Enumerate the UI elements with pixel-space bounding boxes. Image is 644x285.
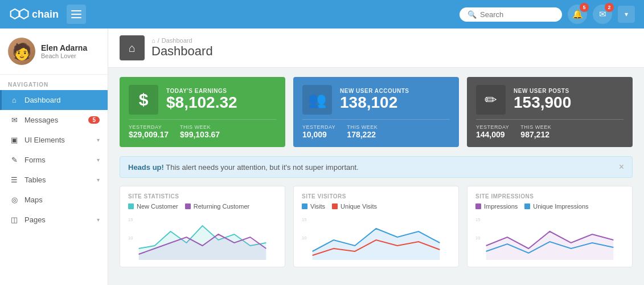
home-header-icon: ⌂	[129, 42, 136, 55]
chart-legend: Impressions Unique Impressions	[475, 203, 624, 210]
nav-section-label: NAVIGATION	[0, 75, 108, 90]
sidebar-item-label: Maps	[24, 196, 100, 204]
sidebar-item-label: Dashboard	[24, 96, 100, 104]
messages-nav-badge: 5	[88, 116, 100, 124]
svg-text:10: 10	[475, 235, 480, 241]
stat-info: TODAY'S EARNINGS $8,102.32	[166, 88, 237, 112]
svg-text:10: 10	[128, 235, 133, 241]
sidebar-item-ui-elements[interactable]: ▣ UI Elements ▾	[0, 130, 108, 150]
user-dropdown-button[interactable]: ▾	[618, 6, 635, 23]
legend-label: Returning Customer	[194, 203, 249, 210]
search-input[interactable]	[480, 10, 560, 19]
chart-site-impressions: SITE IMPRESSIONS Impressions Unique Impr…	[467, 186, 633, 267]
alert-strong: Heads up!	[128, 163, 164, 172]
stat-this-week: THIS WEEK $99,103.67	[180, 124, 220, 139]
sidebar-item-dashboard[interactable]: ⌂ Dashboard	[0, 90, 108, 110]
notifications-button[interactable]: 🔔 5	[568, 5, 587, 24]
sidebar-item-label: Pages	[24, 215, 91, 224]
chevron-icon: ▾	[97, 217, 100, 223]
stat-card-earnings: $ TODAY'S EARNINGS $8,102.32 YESTERDAY $…	[120, 77, 285, 147]
users-icon: 👥	[302, 85, 332, 115]
sub-label: THIS WEEK	[347, 124, 378, 130]
stat-card-users: 👥 NEW USER ACCOUNTS 138,102 YESTERDAY 10…	[293, 77, 459, 147]
table-icon: ☰	[10, 176, 19, 184]
chart-legend: New Customer Returning Customer	[128, 203, 277, 210]
stat-bottom: YESTERDAY $29,009.17 THIS WEEK $99,103.6…	[129, 119, 276, 139]
sidebar-item-pages[interactable]: ◫ Pages ▾	[0, 210, 108, 230]
stat-value: 138,102	[340, 94, 409, 112]
sub-value: 144,009	[476, 130, 509, 139]
svg-text:15: 15	[128, 217, 133, 222]
sub-value: $29,009.17	[129, 130, 169, 139]
stat-label: TODAY'S EARNINGS	[166, 88, 237, 94]
envelope-icon: ✉	[599, 9, 606, 19]
chart-area: 15 10	[475, 214, 624, 260]
earnings-icon: $	[129, 85, 158, 115]
chart-title: SITE STATISTICS	[128, 193, 277, 199]
user-name: Elen Adarna	[41, 43, 87, 52]
charts-row: SITE STATISTICS New Customer Returning C…	[108, 186, 644, 276]
home-icon: ⌂	[10, 96, 19, 104]
sub-label: THIS WEEK	[180, 124, 220, 130]
main-wrapper: 🧑 Elen Adarna Beach Lover NAVIGATION ⌂ D…	[0, 28, 644, 285]
sub-label: YESTERDAY	[302, 124, 335, 130]
stat-info: NEW USER ACCOUNTS 138,102	[340, 88, 409, 112]
chart-site-visitors: SITE VISITORS Visits Unique Visits 15 10	[293, 186, 459, 267]
breadcrumb-home-icon: ⌂	[151, 37, 155, 44]
legend-label: Impressions	[484, 203, 518, 210]
stat-info: NEW USER POSTS 153,900	[514, 88, 571, 112]
legend-dot	[524, 203, 530, 209]
sub-label: YESTERDAY	[476, 124, 509, 130]
page-title: Dashboard	[151, 44, 213, 59]
sidebar-item-messages[interactable]: ✉ Messages 5	[0, 110, 108, 130]
stat-label: NEW USER ACCOUNTS	[340, 88, 409, 94]
form-icon: ✎	[10, 156, 19, 164]
legend-item: New Customer	[128, 203, 178, 210]
legend-label: Visits	[310, 203, 325, 210]
alert-body: This alert needs your attention, but it'…	[166, 163, 359, 172]
sub-value: $99,103.67	[180, 130, 220, 139]
stat-label: NEW USER POSTS	[514, 88, 571, 94]
svg-text:15: 15	[475, 217, 480, 222]
alert-text: Heads up! This alert needs your attentio…	[128, 163, 359, 172]
legend-item: Impressions	[475, 203, 518, 210]
user-info: Elen Adarna Beach Lover	[41, 43, 87, 59]
brand-icon: ⬡⬡	[9, 7, 27, 22]
page-header-icon: ⌂	[120, 35, 145, 60]
chevron-icon: ▾	[97, 177, 100, 183]
messages-button[interactable]: ✉ 2	[593, 5, 612, 24]
stat-card-top: ✏ NEW USER POSTS 153,900	[476, 85, 624, 115]
stat-bottom: YESTERDAY 144,009 THIS WEEK 987,212	[476, 119, 624, 139]
sidebar-item-forms[interactable]: ✎ Forms ▾	[0, 150, 108, 170]
sidebar-item-maps[interactable]: ◎ Maps	[0, 190, 108, 210]
chart-area: 15 10	[128, 214, 277, 260]
sidebar-item-label: Messages	[24, 116, 83, 124]
legend-dot	[128, 203, 134, 209]
stat-this-week: THIS WEEK 178,222	[347, 124, 378, 139]
hamburger-button[interactable]	[67, 5, 86, 24]
topnav-right: 🔍 🔔 5 ✉ 2 ▾	[460, 5, 635, 24]
legend-label: Unique Visits	[341, 203, 377, 210]
chart-svg: 15 10	[128, 214, 277, 260]
stat-value: 153,900	[514, 94, 571, 112]
sub-value: 10,009	[302, 130, 335, 139]
chart-site-statistics: SITE STATISTICS New Customer Returning C…	[120, 186, 285, 267]
avatar: 🧑	[8, 38, 35, 65]
breadcrumb-separator: /	[158, 37, 159, 44]
svg-marker-9	[486, 231, 614, 260]
chart-area: 15 10	[302, 214, 450, 260]
sidebar-item-label: UI Elements	[24, 136, 91, 144]
sub-value: 178,222	[347, 130, 378, 139]
sidebar-item-label: Forms	[24, 156, 91, 164]
main-content: ⌂ ⌂ / Dashboard Dashboard $ TODAY'S EARN…	[108, 28, 644, 285]
chart-title: SITE IMPRESSIONS	[475, 193, 624, 199]
stat-card-top: 👥 NEW USER ACCOUNTS 138,102	[302, 85, 450, 115]
svg-text:15: 15	[302, 217, 306, 222]
search-icon: 🔍	[467, 10, 477, 19]
stat-yesterday: YESTERDAY 10,009	[302, 124, 335, 139]
alert-close-button[interactable]: ×	[619, 162, 624, 172]
sub-label: YESTERDAY	[129, 124, 169, 130]
search-box: 🔍	[460, 7, 562, 22]
sidebar-item-label: Tables	[24, 176, 91, 184]
sidebar-item-tables[interactable]: ☰ Tables ▾	[0, 170, 108, 190]
